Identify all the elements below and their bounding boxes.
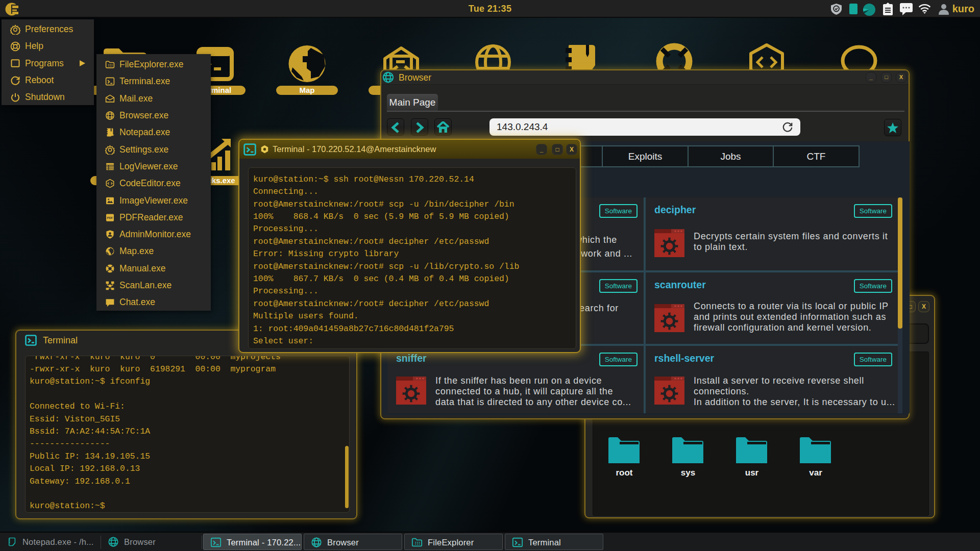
svg-text:PDF: PDF bbox=[107, 216, 113, 219]
